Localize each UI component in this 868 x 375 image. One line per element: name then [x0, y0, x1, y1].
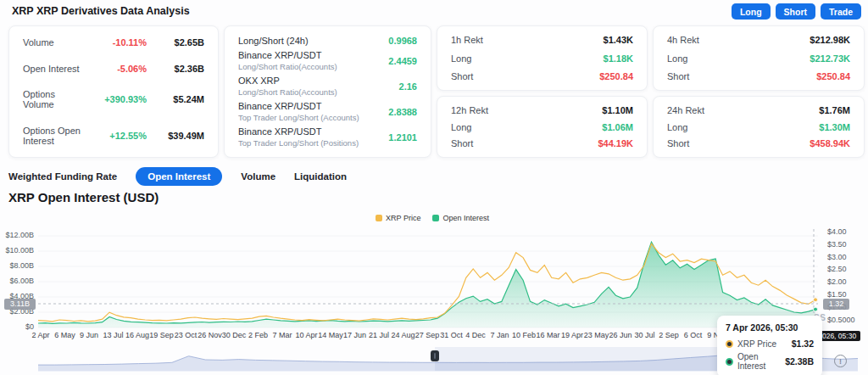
stat-value: $2.36B — [147, 64, 204, 74]
tab-liquidation[interactable]: Liquidation — [294, 171, 347, 182]
tooltip-date: 7 Apr 2026, 05:30 — [726, 322, 814, 333]
derivatives-dashboard: XRP XRP Derivatives Data Analysis Long S… — [0, 0, 868, 375]
stat-change: -5.06% — [86, 64, 147, 74]
y-axis-tick-left: $0 — [0, 322, 34, 331]
tab-volume[interactable]: Volume — [241, 171, 275, 182]
ratio-value: 1.2101 — [388, 132, 417, 143]
rekt-short-value: $458.94K — [810, 138, 850, 148]
ratio-label: Binance XRP/USDT — [238, 101, 359, 111]
trade-button[interactable]: Trade — [821, 3, 861, 20]
rekt-short-label: Short — [451, 71, 473, 81]
stats-card: Volume -10.11% $2.65B Open Interest -5.0… — [8, 25, 219, 158]
rekt-short-value: $44.19K — [598, 138, 633, 148]
oi-dot-icon — [726, 358, 733, 366]
legend-label: XRP Price — [386, 214, 420, 222]
y-axis-tick-right: $3.50 — [827, 240, 866, 249]
stat-label: Options Volume — [23, 89, 86, 109]
rekt-title: 12h Rekt — [451, 105, 488, 115]
legend-label: Open Interest — [442, 214, 489, 222]
xrp-price-marker — [814, 298, 818, 302]
y-axis-tick-left: $10.00B — [0, 246, 34, 255]
y-axis-tick-right: $3.00 — [827, 253, 866, 261]
tooltip-row-open-interest: Open Interest $2.38B — [726, 352, 814, 371]
y-axis-tick-right: $2.00 — [827, 277, 866, 286]
legend-item-xrp-price[interactable]: XRP Price — [376, 214, 420, 222]
rekt-card-4h: 4h Rekt$212.98K Long$212.73K Short$250.8… — [653, 25, 865, 91]
ratio-label: Long/Short (24h) — [238, 36, 309, 46]
y-axis-tick-right: $4.00 — [827, 227, 866, 236]
rekt-short-label: Short — [667, 71, 689, 81]
price-dot-icon — [726, 340, 733, 348]
tab-open-interest[interactable]: Open Interest — [136, 167, 222, 186]
ratio-label: Binance XRP/USDT — [238, 50, 337, 60]
open-interest-area — [38, 242, 815, 327]
ratio-label: OKX XRP — [238, 76, 337, 86]
crosshair-left-badge: 3.11B — [4, 299, 36, 310]
rekt-card-12h: 12h Rekt$1.10M Long$1.06M Short$44.19K — [437, 96, 648, 158]
rekt-short-label: Short — [451, 138, 473, 148]
rekt-total: $212.98K — [810, 35, 850, 45]
ratio-row: Binance XRP/USDTTop Trader Long/Short (A… — [238, 101, 417, 122]
y-axis-tick-left: $8.00B — [0, 261, 34, 270]
stat-row-options-volume: Options Volume +390.93% $5.24M — [23, 89, 204, 109]
tooltip-value: $2.38B — [785, 356, 814, 367]
stat-label: Volume — [23, 37, 86, 48]
header-actions: Long Short Trade — [732, 3, 861, 20]
stat-value: $39.49M — [147, 131, 204, 141]
chart-legend: XRP Price Open Interest — [339, 214, 526, 222]
legend-swatch-green — [432, 215, 439, 221]
ratio-row: Binance XRP/USDTLong/Short Ratio(Account… — [238, 50, 417, 71]
y-axis-tick-right: $0.5000 — [827, 316, 866, 324]
stat-change: -10.11% — [86, 37, 147, 48]
stat-label: Options Open Interest — [23, 126, 86, 146]
stat-change: +390.93% — [86, 94, 147, 104]
navigator-left-handle[interactable] — [431, 350, 439, 361]
tooltip-value: $1.32 — [792, 339, 814, 349]
tooltip-row-price: XRP Price $1.32 — [726, 339, 814, 349]
stat-row-options-open-interest: Options Open Interest +12.55% $39.49M — [23, 126, 204, 146]
rekt-total: $1.10M — [602, 105, 633, 115]
chart-tabs: Weighted Funding Rate Open Interest Volu… — [8, 167, 347, 186]
rekt-short-value: $250.84 — [599, 71, 633, 81]
ratio-sublabel: Top Trader Long/Short (Positions) — [238, 138, 359, 148]
tooltip-label: XRP Price — [737, 339, 776, 349]
rekt-short-label: Short — [667, 138, 689, 148]
open-interest-chart[interactable] — [38, 229, 818, 329]
rekt-short-value: $250.84 — [816, 71, 850, 81]
alert-icon[interactable]: ! — [834, 355, 847, 367]
crosshair-right-badge: 1.32 — [823, 299, 849, 310]
legend-item-open-interest[interactable]: Open Interest — [432, 214, 489, 222]
open-interest-marker — [814, 307, 818, 311]
long-button[interactable]: Long — [732, 3, 771, 20]
chart-title: XRP Open Interest (USD) — [8, 190, 159, 204]
y-axis-tick-right: $1.50 — [827, 290, 866, 299]
ratio-row: OKX XRPLong/Short Ratio(Accounts) 2.16 — [238, 76, 417, 97]
ratio-label: Binance XRP/USDT — [238, 126, 359, 137]
tab-weighted-funding-rate[interactable]: Weighted Funding Rate — [8, 171, 117, 182]
short-button[interactable]: Short — [776, 3, 815, 20]
stat-change: +12.55% — [86, 131, 147, 141]
stat-label: Open Interest — [23, 64, 86, 74]
rekt-total: $1.43K — [604, 35, 633, 45]
stat-value: $2.65B — [147, 37, 204, 48]
rekt-card-1h: 1h Rekt$1.43K Long$1.18K Short$250.84 — [437, 25, 648, 91]
long-short-ratio-card: Long/Short (24h) 0.9968 Binance XRP/USDT… — [224, 25, 431, 158]
stat-row-volume: Volume -10.11% $2.65B — [23, 37, 204, 48]
chart-tooltip: 7 Apr 2026, 05:30 XRP Price $1.32 Open I… — [717, 316, 822, 375]
y-axis-tick-left: $12.00B — [0, 231, 34, 239]
ratio-sublabel: Top Trader Long/Short (Accounts) — [238, 113, 359, 122]
y-axis-tick-left: $6.00B — [0, 277, 34, 285]
ratio-row: Binance XRP/USDTTop Trader Long/Short (P… — [238, 126, 417, 148]
ratio-value: 2.8388 — [388, 107, 417, 117]
legend-swatch-orange — [376, 215, 382, 221]
rekt-long-value: $212.73K — [810, 53, 850, 64]
ratio-row: Long/Short (24h) 0.9968 — [238, 36, 417, 46]
ratio-value: 2.4459 — [388, 56, 417, 66]
ratio-sublabel: Long/Short Ratio(Accounts) — [238, 87, 337, 97]
ratio-value: 2.16 — [399, 81, 417, 92]
ratio-value: 0.9968 — [388, 36, 417, 46]
rekt-title: 24h Rekt — [667, 105, 704, 115]
y-axis-tick-right: $2.50 — [827, 265, 866, 273]
rekt-long-value: $1.06M — [602, 122, 633, 132]
rekt-title: 1h Rekt — [451, 35, 483, 45]
